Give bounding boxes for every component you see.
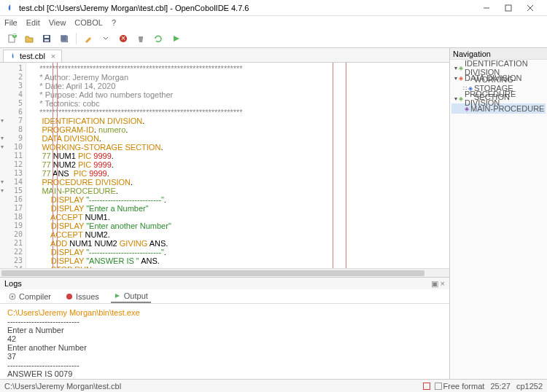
code-line[interactable]: ACCEPT NUM2. — [26, 230, 449, 239]
code-line[interactable]: DISPLAY "Enter another Number" — [26, 222, 449, 230]
log-line: Enter another Number — [7, 343, 442, 352]
logs-output[interactable]: C:\Users\Jeremy Morgan\bin\test.exe-----… — [0, 304, 449, 379]
menu-cobol[interactable]: COBOL — [74, 18, 103, 27]
close-tab-icon[interactable]: × — [51, 52, 55, 60]
code-line[interactable]: WORKING-STORAGE SECTION. — [26, 143, 449, 152]
clear-button[interactable] — [133, 31, 148, 46]
log-line: C:\Users\Jeremy Morgan\bin\test.exe — [7, 308, 442, 317]
menu-edit[interactable]: Edit — [26, 18, 40, 27]
toolbar: + × — [0, 29, 547, 48]
code-line[interactable]: 77 NUM2 PIC 9999. — [26, 160, 449, 169]
close-button[interactable] — [519, 1, 541, 15]
gear-icon — [9, 293, 16, 300]
file-tabs: test.cbl × — [0, 48, 449, 63]
nav-title: Navigation — [453, 50, 491, 58]
code-area[interactable]: ****************************************… — [26, 63, 449, 268]
code-line[interactable]: IDENTIFICATION DIVISION. — [26, 117, 449, 125]
code-line[interactable]: DISPLAY "---------------------------". — [26, 248, 449, 256]
free-format-checkbox[interactable] — [435, 383, 442, 390]
warning-icon — [66, 293, 73, 300]
code-line[interactable]: * Date: April 14, 2020 — [26, 82, 449, 90]
code-line[interactable]: PROGRAM-ID. numero. — [26, 125, 449, 134]
save-all-button[interactable] — [57, 31, 71, 46]
file-icon — [9, 52, 17, 60]
logs-tab-compiler[interactable]: Compiler — [6, 291, 54, 302]
code-line[interactable]: DISPLAY "Enter a Number" — [26, 204, 449, 213]
open-file-button[interactable] — [22, 31, 36, 46]
horizontal-scrollbar[interactable] — [0, 268, 449, 277]
encoding-label: cp1252 — [516, 382, 543, 391]
code-line[interactable]: DATA DIVISION. — [26, 134, 449, 143]
status-indicator-icon — [423, 383, 430, 390]
edit-button[interactable] — [81, 31, 96, 46]
code-line[interactable]: PROCEDURE DIVISION. — [26, 178, 449, 187]
cursor-position: 25:27 — [490, 382, 511, 391]
minimize-button[interactable] — [476, 1, 497, 15]
log-line: --------------------------- — [7, 317, 442, 326]
code-line[interactable]: ****************************************… — [26, 64, 449, 73]
svg-point-15 — [12, 295, 14, 297]
code-line[interactable]: 77 ANS PIC 9999. — [26, 169, 449, 178]
code-line[interactable]: ADD NUM1 NUM2 GIVING ANS. — [26, 239, 449, 248]
logs-tab-output[interactable]: Output — [111, 290, 151, 303]
svg-rect-9 — [44, 39, 49, 42]
svg-rect-11 — [61, 35, 67, 42]
menu-file[interactable]: File — [4, 18, 18, 27]
code-line[interactable]: DISPLAY "ANSWER IS " ANS. — [26, 256, 449, 265]
maximize-button[interactable] — [497, 1, 519, 15]
status-path: C:\Users\Jeremy Morgan\test.cbl — [4, 382, 121, 391]
logs-tab-issues[interactable]: Issues — [63, 291, 102, 302]
code-line[interactable]: * Author: Jeremy Morgan — [26, 73, 449, 82]
nav-item[interactable]: ◈ MAIN-PROCEDURE — [451, 103, 546, 114]
status-bar: C:\Users\Jeremy Morgan\test.cbl Free for… — [0, 379, 547, 392]
navigation-tree[interactable]: ▾◈ IDENTIFICATION DIVISION▾◈ DATA DIVISI… — [450, 60, 547, 379]
titlebar: test.cbl [C:\Users\Jeremy Morgan\test.cb… — [0, 0, 547, 16]
app-icon — [6, 4, 15, 12]
svg-rect-1 — [505, 5, 511, 11]
file-tab[interactable]: test.cbl × — [3, 50, 62, 62]
svg-rect-8 — [44, 36, 49, 38]
free-format-label[interactable]: Free format — [443, 382, 485, 391]
line-gutter: 1234567▾89▾10▾11121314▾15▾16171819202122… — [0, 63, 26, 268]
logs-panel: Logs ▣ × Compiler Issues Output C:\Users… — [0, 277, 449, 379]
svg-text:×: × — [121, 34, 125, 42]
menubar: File Edit View COBOL ? — [0, 16, 547, 29]
logs-close-icon[interactable]: ▣ × — [431, 279, 445, 289]
svg-point-16 — [66, 294, 72, 299]
menu-view[interactable]: View — [49, 18, 66, 27]
code-line[interactable]: * Purpose: Add two numbers together — [26, 90, 449, 99]
code-line[interactable]: ****************************************… — [26, 108, 449, 117]
log-line: Enter a Number — [7, 326, 442, 334]
dropdown-icon[interactable] — [98, 31, 113, 46]
code-editor[interactable]: 1234567▾89▾10▾11121314▾15▾16171819202122… — [0, 63, 449, 268]
log-line: 42 — [7, 334, 442, 343]
code-line[interactable]: 77 NUM1 PIC 9999. — [26, 152, 449, 160]
navigation-panel: Navigation ▾◈ IDENTIFICATION DIVISION▾◈ … — [449, 48, 547, 379]
save-button[interactable] — [39, 31, 54, 46]
logs-title: Logs — [4, 279, 22, 288]
file-tab-label: test.cbl — [20, 52, 45, 60]
log-line: --------------------------- — [7, 361, 442, 369]
svg-text:+: + — [12, 34, 17, 39]
code-line[interactable]: DISPLAY "---------------------------". — [26, 195, 449, 204]
code-line[interactable]: * Tectonics: cobc — [26, 99, 449, 108]
cancel-button[interactable]: × — [116, 31, 131, 46]
nav-item[interactable]: ▾◈ PROCEDURE DIVISION — [451, 93, 546, 103]
window-title: test.cbl [C:\Users\Jeremy Morgan\test.cb… — [19, 4, 249, 12]
log-line: 37 — [7, 352, 442, 361]
refresh-button[interactable] — [151, 31, 166, 46]
log-line: ANSWER IS 0079 — [7, 369, 442, 378]
code-line[interactable]: MAIN-PROCEDURE. — [26, 187, 449, 195]
menu-help[interactable]: ? — [112, 18, 116, 27]
nav-item[interactable]: ▾◈ IDENTIFICATION DIVISION — [451, 63, 546, 73]
play-icon — [114, 292, 121, 299]
new-file-button[interactable]: + — [4, 31, 19, 46]
code-line[interactable]: ACCEPT NUM1. — [26, 213, 449, 222]
run-button[interactable] — [168, 31, 183, 46]
